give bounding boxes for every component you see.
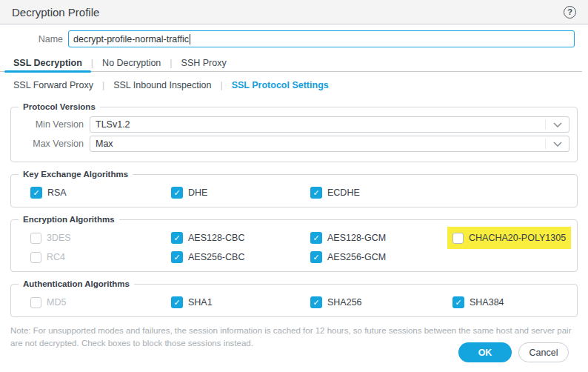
checkbox-rsa[interactable]: ✓RSA bbox=[30, 187, 67, 199]
empty-checkbox bbox=[30, 233, 41, 244]
checkbox-sha256[interactable]: ✓SHA256 bbox=[310, 296, 362, 308]
checkbox-label: AES256-GCM bbox=[327, 252, 386, 262]
checkbox-dhe[interactable]: ✓DHE bbox=[171, 187, 207, 199]
checkbox-label: AES256-CBC bbox=[188, 252, 244, 262]
subtab-ssl-protocol-settings[interactable]: SSL Protocol Settings bbox=[223, 80, 338, 90]
checkbox-label: SHA1 bbox=[188, 297, 213, 308]
sub-tab-bar: SSL Forward Proxy|SSL Inbound Inspection… bbox=[4, 78, 588, 93]
dialog-footer: OK Cancel bbox=[458, 342, 569, 362]
checkmark-icon: ✓ bbox=[310, 251, 322, 263]
key-exchange-legend: Key Exchange Algorithms bbox=[19, 170, 133, 179]
checkbox-label: SHA384 bbox=[470, 297, 504, 308]
text-caret bbox=[190, 34, 190, 44]
protocol-versions-legend: Protocol Versions bbox=[19, 102, 100, 111]
checkbox-label: ECDHE bbox=[327, 187, 360, 198]
checkmark-icon: ✓ bbox=[452, 296, 464, 308]
chevron-down-icon bbox=[545, 119, 569, 130]
checkmark-icon: ✓ bbox=[310, 187, 322, 199]
max-version-row: Max Version Max bbox=[19, 136, 569, 152]
chevron-down-icon bbox=[545, 139, 569, 149]
checkbox-aes256-gcm[interactable]: ✓AES256-GCM bbox=[310, 251, 386, 263]
checkmark-icon: ✓ bbox=[171, 232, 183, 244]
name-label: Name bbox=[0, 34, 68, 44]
checkmark-icon: ✓ bbox=[171, 187, 183, 199]
checkbox-rc4: RC4 bbox=[30, 251, 65, 263]
protocol-versions-section: Protocol Versions Min Version TLSv1.2 Ma… bbox=[10, 102, 578, 162]
help-icon[interactable]: ? bbox=[564, 6, 576, 19]
checkmark-icon: ✓ bbox=[30, 187, 42, 199]
checkbox-label: SHA256 bbox=[327, 297, 362, 308]
key-exchange-checkgrid: ✓RSA✓DHE✓ECDHE bbox=[19, 182, 569, 200]
checkbox-label: DHE bbox=[188, 187, 207, 198]
checkmark-icon: ✓ bbox=[171, 296, 183, 308]
checkbox-label: CHACHA20-POLY1305 bbox=[469, 233, 566, 243]
max-version-label: Max Version bbox=[19, 139, 90, 149]
tab-no-decryption[interactable]: No Decryption bbox=[93, 54, 170, 71]
checkbox-label: 3DES bbox=[47, 233, 71, 243]
checkbox-label: AES128-CBC bbox=[188, 233, 244, 243]
subtab-ssl-inbound-inspection[interactable]: SSL Inbound Inspection bbox=[104, 80, 220, 90]
min-version-select[interactable]: TLSv1.2 bbox=[90, 116, 569, 133]
checkbox-label: AES128-GCM bbox=[327, 233, 386, 243]
max-version-select[interactable]: Max bbox=[90, 136, 569, 152]
tab-ssh-proxy[interactable]: SSH Proxy bbox=[173, 54, 235, 71]
checkbox-label: MD5 bbox=[47, 297, 66, 308]
checkbox-aes128-gcm[interactable]: ✓AES128-GCM bbox=[310, 232, 386, 244]
name-row: Name decrypt-profile-normal-traffic bbox=[0, 30, 575, 47]
checkbox-label: RC4 bbox=[47, 252, 65, 262]
checkbox-chacha20-poly1305[interactable]: CHACHA20-POLY1305 bbox=[452, 232, 566, 244]
authentication-legend: Authentication Algorithms bbox=[19, 279, 134, 288]
cancel-button[interactable]: Cancel bbox=[518, 342, 569, 362]
tab-ssl-decryption[interactable]: SSL Decryption bbox=[4, 54, 91, 71]
checkmark-icon: ✓ bbox=[171, 251, 183, 263]
encryption-checkgrid: 3DES✓AES128-CBC✓AES128-GCMCHACHA20-POLY1… bbox=[19, 227, 569, 265]
dialog-title: Decryption Profile bbox=[12, 6, 99, 19]
checkmark-icon: ✓ bbox=[310, 296, 322, 308]
profile-name-input[interactable]: decrypt-profile-normal-traffic bbox=[68, 30, 575, 47]
dialog-titlebar: Decryption Profile ? bbox=[0, 0, 588, 24]
empty-checkbox bbox=[452, 233, 464, 244]
authentication-checkgrid: MD5✓SHA1✓SHA256✓SHA384 bbox=[19, 292, 569, 310]
min-version-value: TLSv1.2 bbox=[96, 119, 130, 130]
checkbox-label: RSA bbox=[47, 187, 67, 198]
key-exchange-section: Key Exchange Algorithms ✓RSA✓DHE✓ECDHE bbox=[10, 170, 578, 207]
subtab-ssl-forward-proxy[interactable]: SSL Forward Proxy bbox=[4, 80, 102, 90]
checkbox-aes128-cbc[interactable]: ✓AES128-CBC bbox=[171, 232, 244, 244]
encryption-legend: Encryption Algorithms bbox=[19, 215, 119, 224]
min-version-label: Min Version bbox=[19, 119, 90, 130]
checkbox-ecdhe[interactable]: ✓ECDHE bbox=[310, 187, 360, 199]
main-tab-bar: SSL Decryption|No Decryption|SSH Proxy bbox=[0, 54, 582, 72]
authentication-section: Authentication Algorithms MD5✓SHA1✓SHA25… bbox=[10, 279, 578, 317]
decryption-profile-dialog: Decryption Profile ? Name decrypt-profil… bbox=[0, 0, 588, 372]
profile-name-value: decrypt-profile-normal-traffic bbox=[73, 34, 189, 44]
ok-button[interactable]: OK bbox=[458, 342, 512, 362]
checkmark-icon: ✓ bbox=[310, 232, 322, 244]
checkbox-3des: 3DES bbox=[30, 232, 71, 244]
checkbox-md5: MD5 bbox=[30, 296, 66, 308]
empty-checkbox bbox=[30, 297, 41, 308]
empty-checkbox bbox=[30, 252, 41, 263]
min-version-row: Min Version TLSv1.2 bbox=[19, 116, 569, 133]
checkbox-aes256-cbc[interactable]: ✓AES256-CBC bbox=[171, 251, 244, 263]
encryption-section: Encryption Algorithms 3DES✓AES128-CBC✓AE… bbox=[10, 215, 578, 272]
max-version-value: Max bbox=[96, 139, 113, 149]
checkbox-sha384[interactable]: ✓SHA384 bbox=[452, 296, 504, 308]
checkbox-sha1[interactable]: ✓SHA1 bbox=[171, 296, 213, 308]
